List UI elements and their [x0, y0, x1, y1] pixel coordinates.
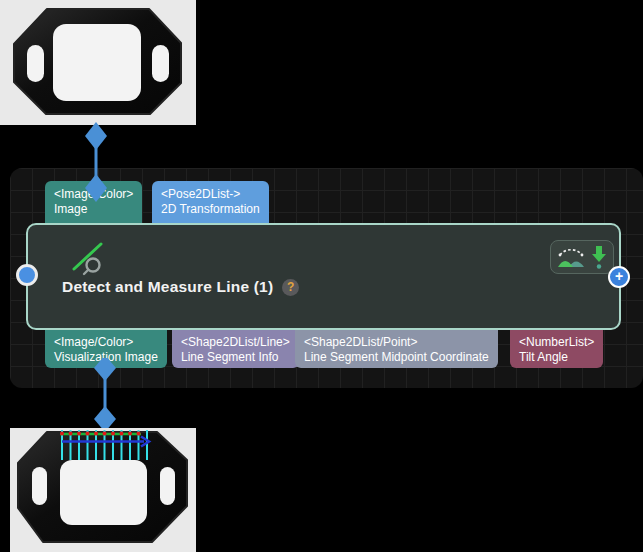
- port-name-label: Line Segment Midpoint Coordinate: [304, 350, 489, 365]
- download-arrow-icon[interactable]: [591, 245, 607, 270]
- input-port-2d-transformation[interactable]: <Pose2DList-> 2D Transformation: [152, 181, 269, 223]
- port-name-label: Line Segment Info: [181, 350, 290, 365]
- metal-bracket-image: [0, 0, 196, 125]
- port-type-label: <Image/Color>: [54, 335, 158, 350]
- screenshot-stage: <Image/Color> Image <Pose2DList-> 2D Tra…: [0, 0, 643, 552]
- port-type-label: <Shape2DList/Point>: [304, 335, 489, 350]
- node-title: Detect and Measure Line (1): [62, 278, 273, 296]
- input-image-preview: [0, 0, 196, 125]
- visualization-image-icon[interactable]: [557, 246, 585, 268]
- add-port-icon[interactable]: +: [608, 266, 630, 288]
- port-type-label: <Shape2DList/Line>: [181, 335, 290, 350]
- node-detect-and-measure-line[interactable]: Detect and Measure Line (1) ?: [26, 223, 621, 330]
- port-type-label: <NumberList>: [519, 335, 594, 350]
- port-name-label: 2D Transformation: [161, 202, 260, 217]
- connector-diamond-top[interactable]: [94, 358, 116, 381]
- connector-diamond-top[interactable]: [85, 122, 107, 150]
- input-connector: [85, 116, 107, 202]
- node-toolbar: [550, 240, 614, 274]
- output-port-tilt-angle[interactable]: <NumberList> Tilt Angle: [510, 330, 603, 368]
- measured-bracket-image: [10, 428, 196, 552]
- connector-diamond-bottom[interactable]: [94, 406, 116, 428]
- node-left-port[interactable]: [16, 264, 38, 286]
- measure-line-icon: [70, 238, 110, 276]
- output-port-midpoint-coordinate[interactable]: <Shape2DList/Point> Line Segment Midpoin…: [295, 330, 498, 368]
- connector-diamond-bottom[interactable]: [85, 174, 107, 202]
- port-name-label: Tilt Angle: [519, 350, 594, 365]
- port-type-label: <Pose2DList->: [161, 187, 260, 202]
- output-connector: [94, 358, 116, 428]
- visualization-image-preview: [10, 428, 196, 552]
- output-port-line-segment-info[interactable]: <Shape2DList/Line> Line Segment Info: [172, 330, 299, 368]
- help-icon[interactable]: ?: [282, 279, 299, 296]
- port-name-label: Image: [54, 202, 133, 217]
